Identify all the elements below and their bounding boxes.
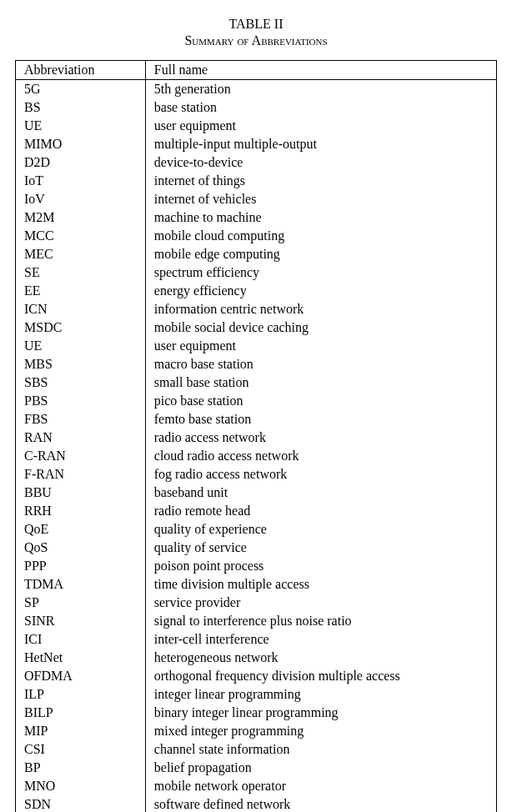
table-row: ICIinter-cell interference [16, 630, 497, 649]
table-row: TDMAtime division multiple access [16, 575, 497, 594]
cell-full-name: channel state information [145, 740, 496, 759]
table-row: SBSsmall base station [16, 373, 497, 392]
cell-abbreviation: MCC [16, 227, 146, 245]
table-row: SPservice provider [16, 594, 497, 612]
cell-abbreviation: M2M [16, 208, 146, 227]
table-row: RRHradio remote head [16, 502, 497, 520]
cell-abbreviation: TDMA [16, 575, 146, 594]
table-row: IoTinternet of things [16, 172, 497, 190]
table-row: MIPmixed integer programming [16, 722, 497, 740]
cell-abbreviation: SINR [16, 612, 146, 630]
table-row: UEuser equipment [16, 117, 497, 135]
cell-full-name: base station [145, 98, 496, 117]
cell-abbreviation: F-RAN [16, 465, 146, 484]
cell-full-name: internet of vehicles [145, 190, 496, 208]
table-row: BPbelief propagation [16, 759, 497, 777]
cell-abbreviation: UE [16, 117, 146, 135]
table-row: IoVinternet of vehicles [16, 190, 497, 208]
cell-full-name: multiple-input multiple-output [145, 135, 496, 153]
cell-abbreviation: BP [16, 759, 146, 777]
table-row: RANradio access network [16, 429, 497, 447]
cell-abbreviation: 5G [16, 80, 146, 99]
cell-full-name: quality of service [145, 539, 496, 557]
cell-abbreviation: EE [16, 282, 146, 300]
cell-full-name: internet of things [145, 172, 496, 190]
cell-abbreviation: C-RAN [16, 447, 146, 465]
cell-full-name: macro base station [145, 355, 496, 373]
cell-full-name: radio remote head [145, 502, 496, 520]
cell-abbreviation: MNO [16, 777, 146, 795]
table-row: MIMOmultiple-input multiple-output [16, 135, 497, 153]
table-row: EEenergy efficiency [16, 282, 497, 300]
cell-full-name: integer linear programming [145, 685, 496, 704]
cell-abbreviation: SE [16, 263, 146, 282]
table-row: MSDCmobile social device caching [16, 318, 497, 337]
cell-full-name: belief propagation [145, 759, 496, 777]
cell-abbreviation: MIP [16, 722, 146, 740]
cell-abbreviation: MSDC [16, 318, 146, 337]
table-label: TABLE II [15, 17, 497, 32]
table-row: M2Mmachine to machine [16, 208, 497, 227]
cell-full-name: orthogonal frequency division multiple a… [145, 667, 496, 685]
table-row: FBSfemto base station [16, 410, 497, 429]
cell-abbreviation: RRH [16, 502, 146, 520]
table-row: F-RANfog radio access network [16, 465, 497, 484]
cell-full-name: mixed integer programming [145, 722, 496, 740]
cell-abbreviation: QoS [16, 539, 146, 557]
cell-full-name: binary integer linear programming [145, 704, 496, 722]
table-row: PBSpico base station [16, 392, 497, 410]
abbreviations-table: Abbreviation Full name 5G5th generationB… [15, 60, 497, 812]
cell-full-name: pico base station [145, 392, 496, 410]
table-row: OFDMAorthogonal frequency division multi… [16, 667, 497, 685]
cell-full-name: radio access network [145, 429, 496, 447]
cell-full-name: mobile cloud computing [145, 227, 496, 245]
cell-full-name: poison point process [145, 557, 496, 575]
cell-full-name: software defined network [145, 795, 496, 812]
table-row: ILPinteger linear programming [16, 685, 497, 704]
cell-full-name: quality of experience [145, 520, 496, 539]
table-row: SEspectrum efficiency [16, 263, 497, 282]
cell-abbreviation: BS [16, 98, 146, 117]
cell-full-name: heterogeneous network [145, 649, 496, 667]
cell-abbreviation: CSI [16, 740, 146, 759]
cell-full-name: fog radio access network [145, 465, 496, 484]
cell-abbreviation: SP [16, 594, 146, 612]
cell-full-name: 5th generation [145, 80, 496, 99]
header-full-name: Full name [145, 61, 496, 80]
cell-full-name: user equipment [145, 337, 496, 355]
cell-full-name: energy efficiency [145, 282, 496, 300]
cell-full-name: mobile social device caching [145, 318, 496, 337]
table-row: MECmobile edge computing [16, 245, 497, 263]
cell-full-name: mobile network operator [145, 777, 496, 795]
table-header-row: Abbreviation Full name [16, 61, 497, 80]
table-row: QoEquality of experience [16, 520, 497, 539]
cell-full-name: machine to machine [145, 208, 496, 227]
cell-abbreviation: ICI [16, 630, 146, 649]
cell-abbreviation: QoE [16, 520, 146, 539]
cell-abbreviation: PPP [16, 557, 146, 575]
cell-full-name: cloud radio access network [145, 447, 496, 465]
cell-full-name: baseband unit [145, 484, 496, 502]
cell-abbreviation: D2D [16, 153, 146, 172]
cell-abbreviation: BBU [16, 484, 146, 502]
table-row: BSbase station [16, 98, 497, 117]
cell-full-name: user equipment [145, 117, 496, 135]
table-row: MBSmacro base station [16, 355, 497, 373]
cell-full-name: time division multiple access [145, 575, 496, 594]
cell-full-name: small base station [145, 373, 496, 392]
table-row: CSIchannel state information [16, 740, 497, 759]
table-caption: Summary of Abbreviations [15, 33, 497, 48]
cell-full-name: device-to-device [145, 153, 496, 172]
table-row: QoSquality of service [16, 539, 497, 557]
table-row: 5G5th generation [16, 80, 497, 99]
cell-abbreviation: SBS [16, 373, 146, 392]
cell-abbreviation: HetNet [16, 649, 146, 667]
cell-full-name: mobile edge computing [145, 245, 496, 263]
cell-full-name: information centric network [145, 300, 496, 318]
cell-full-name: service provider [145, 594, 496, 612]
cell-abbreviation: MBS [16, 355, 146, 373]
cell-full-name: inter-cell interference [145, 630, 496, 649]
cell-abbreviation: BILP [16, 704, 146, 722]
table-row: SINRsignal to interference plus noise ra… [16, 612, 497, 630]
cell-full-name: femto base station [145, 410, 496, 429]
